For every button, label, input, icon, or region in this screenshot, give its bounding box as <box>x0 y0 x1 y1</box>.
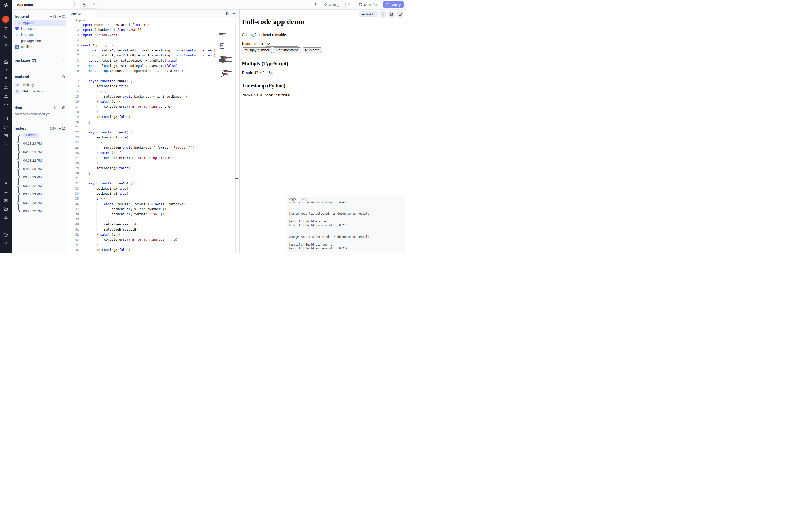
add-database-button[interactable] <box>59 106 65 110</box>
editor-more-icon[interactable] <box>233 12 237 15</box>
data-settings-gear-icon[interactable] <box>53 106 56 110</box>
draft-button[interactable]: Draft ⌘S <box>356 1 381 8</box>
search-icon[interactable] <box>0 34 12 39</box>
settings-gear-icon[interactable] <box>0 190 12 194</box>
code-line[interactable]: 32 async function runBoth() { <box>68 181 239 187</box>
split-editor-icon[interactable] <box>226 12 230 15</box>
code-line[interactable]: 41 setValueB(resultB) <box>68 228 239 233</box>
logs-dropdown[interactable]: Logs <box>289 197 299 201</box>
code-line[interactable]: 29 setLoadingB(false) <box>68 166 239 171</box>
current-app-building-icon[interactable] <box>0 16 12 23</box>
code-line[interactable]: 37 backend.a({ x: inputNumber }), <box>68 207 239 212</box>
tab-app-tsx[interactable]: App.tsx <box>68 9 96 18</box>
history-current-row[interactable]: Current <box>17 132 68 138</box>
code-line[interactable]: 15 setValueA(await backend.a({ x: inputN… <box>68 95 239 100</box>
code-line[interactable]: 39 ]) <box>68 217 239 222</box>
history-entry[interactable]: 04:08:23 PM <box>17 166 68 172</box>
code-line[interactable]: 30 } <box>68 171 239 176</box>
history-entry[interactable]: 03:33:23 PM <box>17 191 68 197</box>
backend-item-get-timestamp[interactable]: bGet timestamp <box>13 88 66 95</box>
code-line[interactable]: 38 backend.b({ format: 'iso' }) <box>68 212 239 217</box>
preview-button-run-both[interactable]: Run both <box>303 47 322 53</box>
code-line[interactable]: 46 setLoadingB(false) <box>68 253 239 253</box>
code-line[interactable]: 44 } <box>68 243 239 248</box>
code-line[interactable]: 18 } <box>68 110 239 115</box>
add-snapshot-button[interactable] <box>59 127 65 130</box>
triggers-prism-icon[interactable] <box>0 94 12 99</box>
history-entry[interactable]: 03:23:22 PM <box>17 208 68 214</box>
workers-icon[interactable] <box>0 199 12 203</box>
redo-button[interactable] <box>89 1 99 8</box>
code-line[interactable]: 17 console.error('Error running a:', e) <box>68 105 239 110</box>
code-line[interactable]: 20 } <box>68 120 239 125</box>
code-line[interactable]: 25 setValueB(await backend.b({ format: '… <box>68 146 239 151</box>
code-line[interactable]: 10 const [inputNumber, setInputNumber] =… <box>68 69 239 74</box>
code-line[interactable]: 13 setLoadingA(true) <box>68 84 239 89</box>
history-entry[interactable]: 03:28:23 PM <box>17 200 68 206</box>
code-area[interactable]: 1import React, { useState } from 'react'… <box>68 23 239 253</box>
code-line[interactable]: 36 const [resultA, resultB] = await Prom… <box>68 202 239 207</box>
routes-icon[interactable] <box>0 125 12 129</box>
code-line[interactable]: 45 setLoadingA(false) <box>68 248 239 253</box>
code-line[interactable]: 4 <box>68 38 239 44</box>
ai-assistant-button[interactable] <box>345 1 354 8</box>
code-line[interactable]: 2import { backend } from './wmill' <box>68 28 239 33</box>
close-tab-icon[interactable] <box>91 12 94 15</box>
add-runnable-button[interactable] <box>59 75 65 78</box>
code-line[interactable]: 11 <box>68 74 239 79</box>
code-line[interactable]: 42 } catch (e) { <box>68 233 239 238</box>
help-icon[interactable] <box>0 232 12 237</box>
history-entry[interactable]: 04:18:23 PM <box>17 149 68 155</box>
packages-section-header[interactable]: packages (7) <box>15 58 65 62</box>
inspect-select-button[interactable] <box>379 11 387 18</box>
refresh-button[interactable] <box>397 11 403 18</box>
code-line[interactable]: 31 <box>68 176 239 181</box>
code-line[interactable]: 9 const [loadingB, setLoadingB] = useSta… <box>68 64 239 69</box>
input-number-field[interactable] <box>265 41 298 47</box>
history-entry[interactable]: 04:13:22 PM <box>17 157 68 163</box>
code-line[interactable]: 16 } catch (e) { <box>68 100 239 105</box>
code-line[interactable]: 40 setValueA(resultA) <box>68 222 239 227</box>
undo-button[interactable] <box>79 1 89 8</box>
code-line[interactable]: 27 console.error('Error running b:', e) <box>68 156 239 161</box>
runs-play-icon[interactable] <box>0 68 12 72</box>
file-item-wmill-ts[interactable]: TSwmill.ts <box>13 44 66 50</box>
deploy-button[interactable]: Deploy <box>383 1 404 8</box>
file-item-app-tsx[interactable]: ⚛App.tsx <box>13 20 66 25</box>
history-entry[interactable]: 04:23:23 PM <box>17 140 68 147</box>
add-file-button[interactable] <box>50 15 56 18</box>
code-line[interactable]: 22 async function runB() { <box>68 130 239 135</box>
mail-icon[interactable] <box>0 133 12 138</box>
code-line[interactable]: 21 <box>68 125 239 130</box>
preview-button-multiply-number[interactable]: Multiply number <box>242 47 272 53</box>
file-item-index-tsx[interactable]: ⚛index.tsx <box>13 32 66 38</box>
code-line[interactable]: 12 async function runA() { <box>68 79 239 84</box>
audit-logs-list-icon[interactable] <box>0 215 12 220</box>
schedules-calendar-icon[interactable] <box>0 116 12 121</box>
minimap[interactable] <box>219 33 236 79</box>
user-icon[interactable] <box>0 181 12 186</box>
preview-button-get-timestamp[interactable]: Get timestamp <box>273 47 301 53</box>
pane-resize-handle[interactable] <box>236 178 238 179</box>
code-line[interactable]: 7 const [valueB, setValueB] = useState<s… <box>68 54 239 59</box>
open-external-button[interactable] <box>388 11 395 18</box>
code-line[interactable]: 35 try { <box>68 197 239 202</box>
code-line[interactable]: 26 } catch (e) { <box>68 151 239 156</box>
code-line[interactable]: 33 setLoadingA(true) <box>68 187 239 192</box>
ai-wand-icon[interactable] <box>0 43 12 47</box>
code-line[interactable]: 14 try { <box>68 89 239 95</box>
chevron-right-icon[interactable] <box>62 59 65 62</box>
code-line[interactable]: 8 const [loadingA, setLoadingA] = useSta… <box>68 59 239 64</box>
code-line[interactable]: 23 setLoadingB(true) <box>68 135 239 140</box>
code-line[interactable]: 19 setLoadingA(false) <box>68 115 239 120</box>
learn-graduation-icon[interactable] <box>0 103 12 107</box>
code-line[interactable]: 28 } <box>68 161 239 166</box>
code-line[interactable]: 1import React, { useState } from 'react' <box>68 23 239 28</box>
jobs-button[interactable]: Jobs (4) <box>321 1 343 8</box>
code-line[interactable]: 3import './index.css' <box>68 33 239 38</box>
variables-dollar-icon[interactable] <box>0 76 12 81</box>
favorites-star-icon[interactable] <box>0 26 12 31</box>
add-plus-icon[interactable] <box>0 142 12 147</box>
code-line[interactable]: 43 console.error('Error running both:', … <box>68 238 239 243</box>
history-entry[interactable]: 03:38:22 PM <box>17 182 68 189</box>
